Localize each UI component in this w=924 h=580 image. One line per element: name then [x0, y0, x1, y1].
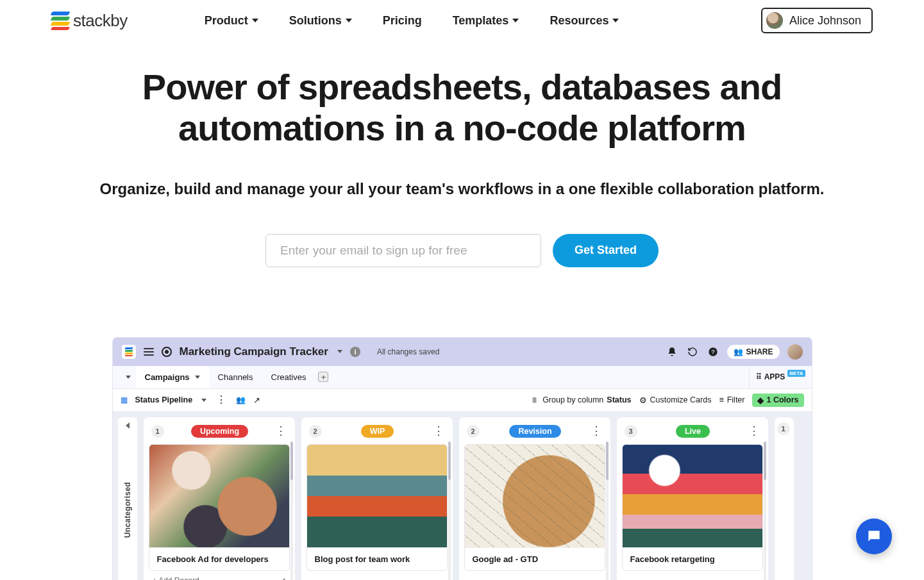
email-input[interactable]: [265, 234, 541, 267]
app-titlebar: Marketing Campaign Tracker i All changes…: [113, 338, 812, 366]
colors-button[interactable]: ◆ 1 Colors: [752, 394, 803, 407]
user-menu-button[interactable]: Alice Johnson: [761, 8, 873, 33]
tab-creatives[interactable]: Creatives: [262, 366, 315, 388]
nav-resources[interactable]: Resources: [550, 14, 619, 28]
scrollbar[interactable]: [606, 442, 609, 580]
people-icon: 👥: [734, 347, 743, 356]
groupby-prefix: Group by column: [542, 395, 603, 404]
chevron-down-icon: [195, 376, 200, 379]
kanban-column: 2WIP⋮Blog post for team work: [301, 417, 453, 580]
kanban-card[interactable]: Facebook Ad for developers: [149, 444, 290, 571]
user-name: Alice Johnson: [789, 14, 861, 28]
nav-templates[interactable]: Templates: [453, 14, 519, 28]
brand-logo[interactable]: stackby: [51, 11, 128, 31]
kanban-column: 1Upcoming⋮Facebook Ad for developers+ Ad…: [144, 417, 295, 580]
apps-button[interactable]: ⠿ APPS BETA: [749, 366, 812, 388]
menu-icon[interactable]: [144, 348, 154, 356]
beta-badge: BETA: [787, 370, 805, 377]
app-avatar[interactable]: [787, 344, 803, 360]
uncategorised-column[interactable]: Uncategorised: [118, 417, 137, 580]
customize-button[interactable]: ⚙ Customize Cards: [639, 395, 712, 405]
share-view-icon[interactable]: ↗: [253, 395, 260, 405]
card-thumbnail: [307, 445, 447, 547]
expand-icon[interactable]: ⤢: [280, 576, 286, 580]
chevron-down-icon[interactable]: [201, 399, 206, 402]
card-title: Facebook retargeting: [623, 547, 762, 570]
column-count: 1: [151, 425, 164, 438]
signup-form: Get Started: [38, 234, 886, 267]
help-icon[interactable]: ?: [707, 345, 719, 358]
nav-solutions[interactable]: Solutions: [289, 14, 352, 28]
app-preview: Marketing Campaign Tracker i All changes…: [113, 338, 812, 580]
chevron-down-icon: [346, 19, 352, 22]
kanban-card[interactable]: Blog post for team work: [307, 444, 448, 571]
save-status: All changes saved: [377, 347, 439, 356]
more-icon[interactable]: ⋮: [275, 428, 287, 434]
bell-icon[interactable]: [666, 345, 678, 358]
get-started-button[interactable]: Get Started: [553, 234, 659, 267]
kanban-column: 3Live⋮Facebook retargeting: [617, 417, 768, 580]
gear-icon: ⚙: [639, 395, 647, 405]
card-title: Blog post for team work: [307, 547, 447, 570]
column-count: 3: [625, 425, 637, 438]
card-thumbnail: [149, 445, 289, 547]
more-icon[interactable]: ⋮: [433, 428, 444, 434]
chevron-down-icon[interactable]: [337, 350, 342, 353]
workspace-title[interactable]: Marketing Campaign Tracker: [180, 345, 328, 358]
kanban-column: 2Revision⋮Google ad - GTD: [459, 417, 610, 580]
card-thumbnail: [623, 445, 762, 547]
columns-icon: ⫼: [531, 395, 539, 404]
kanban-card[interactable]: Google ad - GTD: [464, 444, 605, 571]
focus-icon[interactable]: [162, 347, 172, 357]
svg-text:?: ?: [712, 349, 716, 355]
nav-product[interactable]: Product: [205, 14, 258, 28]
card-thumbnail: [465, 445, 605, 547]
hero: Power of spreadsheets, databases and aut…: [0, 41, 924, 293]
filter-icon: ≡: [719, 395, 723, 404]
avatar: [766, 12, 783, 29]
scrollbar[interactable]: [764, 442, 766, 580]
paint-icon: ◆: [757, 395, 764, 405]
nav-pricing[interactable]: Pricing: [383, 14, 422, 28]
chevron-down-icon: [512, 19, 519, 22]
groupby-button[interactable]: ⫼ Group by column Status: [531, 395, 631, 404]
status-badge: Live: [676, 425, 710, 438]
tab-campaigns[interactable]: Campaigns: [136, 366, 209, 388]
kanban-column[interactable]: 1: [775, 417, 794, 580]
chat-widget-button[interactable]: [856, 518, 892, 554]
share-button[interactable]: 👥 SHARE: [727, 345, 779, 359]
kanban-card[interactable]: Facebook retargeting: [622, 444, 763, 571]
chevron-down-icon: [252, 19, 258, 22]
add-tab-button[interactable]: +: [315, 366, 332, 388]
more-icon[interactable]: ⋮: [748, 428, 760, 434]
status-badge: Revision: [509, 425, 560, 438]
more-icon[interactable]: ⋮: [214, 395, 228, 405]
expand-tabs-icon[interactable]: [119, 366, 136, 388]
card-title: Google ad - GTD: [465, 547, 605, 570]
view-name[interactable]: Status Pipeline: [135, 395, 193, 404]
column-count: 2: [467, 425, 480, 438]
brand-name: stackby: [73, 11, 128, 31]
collaborators-icon[interactable]: 👥: [236, 395, 246, 404]
sheet-tabs: CampaignsChannelsCreatives + ⠿ APPS BETA: [113, 366, 812, 389]
scrollbar[interactable]: [290, 442, 293, 580]
add-record-button[interactable]: + Add Record: [153, 576, 199, 580]
column-count: 2: [309, 425, 322, 438]
groupby-col: Status: [607, 395, 631, 404]
share-label: SHARE: [746, 347, 773, 356]
logo-icon: [51, 12, 69, 29]
info-icon[interactable]: i: [350, 347, 360, 357]
app-logo-icon[interactable]: [122, 345, 136, 359]
side-label: Uncategorised: [123, 482, 132, 538]
kanban-board: Uncategorised 1Upcoming⋮Facebook Ad for …: [113, 412, 812, 580]
more-icon[interactable]: ⋮: [591, 428, 602, 434]
nav-links: ProductSolutionsPricingTemplatesResource…: [205, 14, 761, 28]
filter-button[interactable]: ≡ Filter: [719, 395, 744, 404]
chevron-left-icon: [126, 422, 130, 429]
history-icon[interactable]: [686, 345, 699, 358]
status-badge: WIP: [361, 425, 394, 438]
kanban-icon: ▦: [121, 395, 128, 404]
apps-label: APPS: [764, 372, 785, 381]
tab-channels[interactable]: Channels: [209, 366, 262, 388]
scrollbar[interactable]: [448, 442, 451, 580]
